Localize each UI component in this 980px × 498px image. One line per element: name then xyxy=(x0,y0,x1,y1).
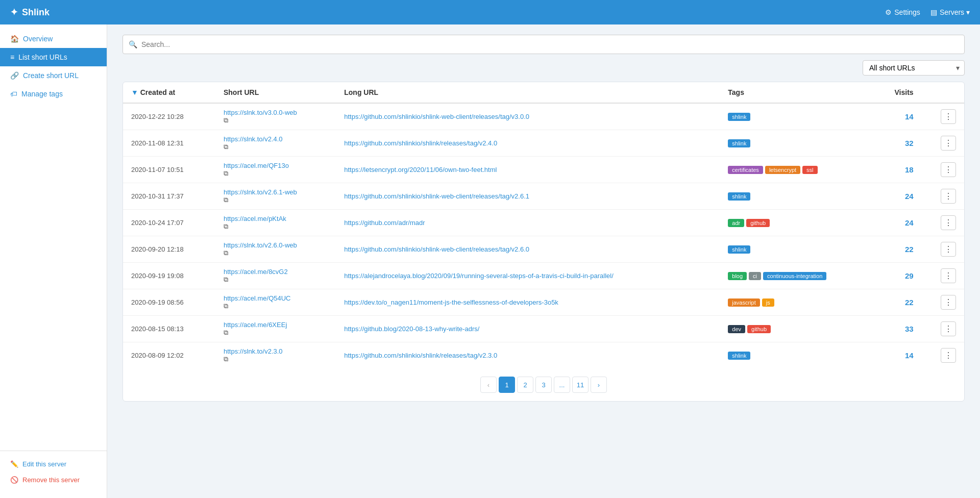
cell-created-at: 2020-11-07 10:51 xyxy=(123,157,215,183)
short-url-link[interactable]: https://acel.me/Q54UC xyxy=(224,294,328,302)
pagination-next[interactable]: › xyxy=(591,377,607,393)
short-url-link[interactable]: https://slnk.to/v2.6.1-web xyxy=(224,188,328,196)
pagination-prev[interactable]: ‹ xyxy=(480,377,497,393)
filter-select[interactable]: All short URLs xyxy=(863,60,965,76)
row-action-button[interactable]: ⋮ xyxy=(941,109,956,124)
copy-icon[interactable]: ⧉ xyxy=(224,249,228,257)
short-url-link[interactable]: https://slnk.to/v3.0.0-web xyxy=(224,109,328,116)
server-icon: ▤ xyxy=(930,8,937,16)
row-action-button[interactable]: ⋮ xyxy=(941,321,956,336)
list-icon: ≡ xyxy=(10,53,14,61)
brand-name: Shlink xyxy=(22,7,50,18)
pagination-page-3[interactable]: 3 xyxy=(535,377,552,393)
main-content: 🔍 All short URLs ▾ ▼ Created at xyxy=(107,24,980,498)
short-url-link[interactable]: https://acel.me/pKtAk xyxy=(224,215,328,222)
filter-row: All short URLs ▾ xyxy=(122,60,965,76)
cell-actions: ⋮ xyxy=(922,263,964,289)
long-url-link[interactable]: https://github.com/adr/madr xyxy=(344,219,425,227)
pagination-page-11[interactable]: 11 xyxy=(572,377,589,393)
long-url-link[interactable]: https://github.com/shlinkio/shlink-web-c… xyxy=(344,113,529,120)
row-action-button[interactable]: ⋮ xyxy=(941,215,956,230)
row-action-button[interactable]: ⋮ xyxy=(941,242,956,257)
copy-icon[interactable]: ⧉ xyxy=(224,329,228,336)
col-created-at[interactable]: ▼ Created at xyxy=(123,82,215,103)
table-row: 2020-10-31 17:37 https://slnk.to/v2.6.1-… xyxy=(123,183,964,210)
settings-link[interactable]: ⚙ Settings xyxy=(885,8,920,16)
copy-icon[interactable]: ⧉ xyxy=(224,196,228,204)
short-url-link[interactable]: https://acel.me/8cvG2 xyxy=(224,268,328,276)
long-url-link[interactable]: https://github.com/shlinkio/shlink-web-c… xyxy=(344,192,529,200)
tag: github xyxy=(746,219,770,227)
table-row: 2020-09-19 08:56 https://acel.me/Q54UC ⧉… xyxy=(123,289,964,316)
cell-short-url: https://slnk.to/v3.0.0-web ⧉ xyxy=(215,103,336,130)
col-visits: Visits xyxy=(874,82,922,103)
tag: github xyxy=(747,325,771,333)
short-url-link[interactable]: https://acel.me/QF13o xyxy=(224,162,328,169)
copy-icon[interactable]: ⧉ xyxy=(224,302,228,310)
cell-short-url: https://acel.me/8cvG2 ⧉ xyxy=(215,263,336,289)
tag: shlink xyxy=(728,139,750,147)
tag: letsencrypt xyxy=(765,166,800,174)
short-url-link[interactable]: https://acel.me/6XEEj xyxy=(224,321,328,329)
copy-icon[interactable]: ⧉ xyxy=(224,169,228,177)
servers-link[interactable]: ▤ Servers ▾ xyxy=(930,8,970,16)
sidebar-item-create-short-url[interactable]: 🔗 Create short URL xyxy=(0,66,107,85)
long-url-link[interactable]: https://github.com/shlinkio/shlink-web-c… xyxy=(344,245,529,253)
cell-created-at: 2020-08-09 12:02 xyxy=(123,342,215,369)
tag: certificates xyxy=(728,166,763,174)
tag-icon: 🏷 xyxy=(10,90,17,98)
copy-icon[interactable]: ⧉ xyxy=(224,276,228,283)
col-short-url: Short URL xyxy=(215,82,336,103)
cell-created-at: 2020-11-08 12:31 xyxy=(123,130,215,157)
short-url-link[interactable]: https://slnk.to/v2.3.0 xyxy=(224,347,328,355)
tag: adr xyxy=(728,219,744,227)
row-action-button[interactable]: ⋮ xyxy=(941,268,956,283)
cell-tags: shlink xyxy=(720,342,874,369)
tag: blog xyxy=(728,272,747,280)
cell-visits: 33 xyxy=(874,316,922,342)
cell-visits: 14 xyxy=(874,103,922,130)
edit-server-link[interactable]: ✏️ Edit this server xyxy=(0,456,107,472)
sidebar-item-list-short-urls[interactable]: ≡ List short URLs xyxy=(0,48,107,66)
row-action-button[interactable]: ⋮ xyxy=(941,348,956,363)
cell-visits: 22 xyxy=(874,236,922,263)
short-url-link[interactable]: https://slnk.to/v2.4.0 xyxy=(224,135,328,143)
cell-visits: 14 xyxy=(874,342,922,369)
long-url-link[interactable]: https://github.blog/2020-08-13-why-write… xyxy=(344,325,479,333)
long-url-link[interactable]: https://dev.to/o_nagen11/moment-js-the-s… xyxy=(344,298,558,306)
cell-long-url: https://github.com/shlinkio/shlink-web-c… xyxy=(336,183,720,210)
copy-icon[interactable]: ⧉ xyxy=(224,355,228,363)
long-url-link[interactable]: https://github.com/shlinkio/shlink/relea… xyxy=(344,139,497,147)
cell-visits: 24 xyxy=(874,183,922,210)
long-url-link[interactable]: https://github.com/shlinkio/shlink/relea… xyxy=(344,352,497,359)
cell-long-url: https://alejandrocelaya.blog/2020/09/19/… xyxy=(336,263,720,289)
row-action-button[interactable]: ⋮ xyxy=(941,162,956,177)
sidebar-item-overview[interactable]: 🏠 Overview xyxy=(0,30,107,48)
tag: continuous-integration xyxy=(763,272,826,280)
cell-short-url: https://acel.me/QF13o ⧉ xyxy=(215,157,336,183)
remove-server-link[interactable]: 🚫 Remove this server xyxy=(0,472,107,488)
long-url-link[interactable]: https://alejandrocelaya.blog/2020/09/19/… xyxy=(344,272,614,280)
pagination-page-2[interactable]: 2 xyxy=(517,377,533,393)
urls-table: ▼ Created at Short URL Long URL Tags xyxy=(123,82,964,368)
tag: ci xyxy=(749,272,761,280)
cell-created-at: 2020-08-15 08:13 xyxy=(123,316,215,342)
pagination-page-1[interactable]: 1 xyxy=(499,377,515,393)
sidebar-item-manage-tags[interactable]: 🏷 Manage tags xyxy=(0,85,107,103)
cell-created-at: 2020-09-19 08:56 xyxy=(123,289,215,316)
copy-icon[interactable]: ⧉ xyxy=(224,116,228,124)
table-row: 2020-08-09 12:02 https://slnk.to/v2.3.0 … xyxy=(123,342,964,369)
table-row: 2020-11-08 12:31 https://slnk.to/v2.4.0 … xyxy=(123,130,964,157)
search-input[interactable] xyxy=(122,35,965,54)
table-card: ▼ Created at Short URL Long URL Tags xyxy=(122,82,965,402)
row-action-button[interactable]: ⋮ xyxy=(941,295,956,310)
home-icon: 🏠 xyxy=(10,35,19,43)
row-action-button[interactable]: ⋮ xyxy=(941,189,956,204)
short-url-link[interactable]: https://slnk.to/v2.6.0-web xyxy=(224,241,328,249)
cell-long-url: https://letsencrypt.org/2020/11/06/own-t… xyxy=(336,157,720,183)
topnav: ✦ Shlink ⚙ Settings ▤ Servers ▾ xyxy=(0,0,980,24)
copy-icon[interactable]: ⧉ xyxy=(224,143,228,151)
copy-icon[interactable]: ⧉ xyxy=(224,222,228,230)
row-action-button[interactable]: ⋮ xyxy=(941,136,956,151)
long-url-link[interactable]: https://letsencrypt.org/2020/11/06/own-t… xyxy=(344,166,497,173)
